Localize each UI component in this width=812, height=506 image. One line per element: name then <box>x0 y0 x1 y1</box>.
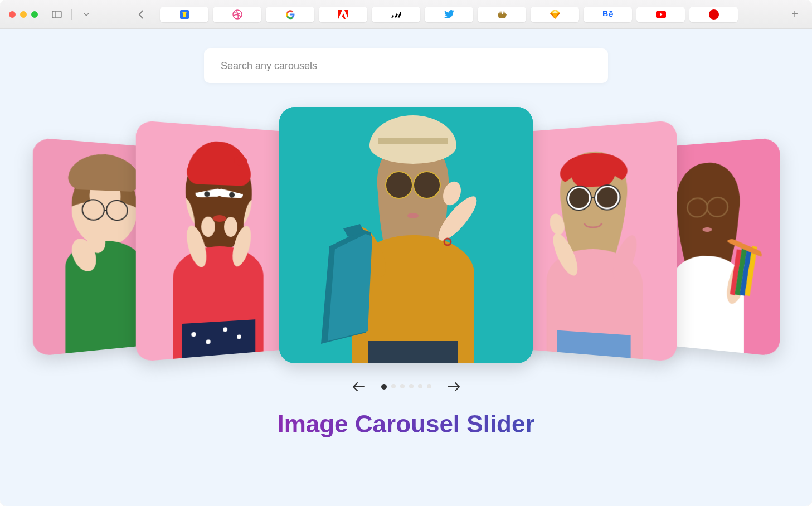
dot-6[interactable] <box>427 384 431 388</box>
svg-rect-0 <box>52 11 61 18</box>
carousel-card-left[interactable] <box>135 120 294 362</box>
page-title: Image Carousel Slider <box>0 410 812 438</box>
tab-adobe[interactable] <box>319 7 367 22</box>
close-window-button[interactable] <box>9 11 16 18</box>
tab-vodafone[interactable] <box>689 7 738 22</box>
browser-window: + <box>0 0 812 506</box>
google-icon <box>285 9 295 20</box>
minimize-window-button[interactable] <box>20 11 27 18</box>
dot-1[interactable] <box>381 384 387 390</box>
carousel-controls <box>0 380 812 393</box>
sidebar-icon <box>52 11 62 18</box>
youtube-icon <box>656 9 666 20</box>
svg-rect-31 <box>378 138 448 144</box>
maximize-window-button[interactable] <box>31 11 38 18</box>
sidebar-toggle-button[interactable] <box>49 7 65 22</box>
traffic-lights <box>9 11 38 18</box>
carousel-card-right[interactable] <box>518 120 677 362</box>
adobe-icon <box>338 9 348 20</box>
tab-youtube[interactable] <box>636 7 685 22</box>
add-tab-button[interactable]: + <box>786 7 803 22</box>
carousel <box>0 104 812 366</box>
tab-dribbble[interactable] <box>213 7 261 22</box>
dot-2[interactable] <box>391 384 396 388</box>
chevron-left-icon <box>138 10 144 19</box>
search-input[interactable] <box>221 60 591 72</box>
svg-rect-40 <box>368 341 458 363</box>
dribbble-icon <box>232 9 242 20</box>
arrow-right-icon <box>448 382 460 391</box>
tab-flipkart[interactable] <box>160 7 208 22</box>
flipkart-icon <box>179 9 189 20</box>
twitter-icon <box>444 9 454 20</box>
page-content: Image Carousel Slider <box>0 29 812 506</box>
svg-point-32 <box>386 172 412 198</box>
svg-rect-3 <box>183 13 186 17</box>
tab-sketch[interactable] <box>531 7 579 22</box>
next-button[interactable] <box>447 380 460 393</box>
svg-point-33 <box>414 172 440 198</box>
person-image <box>518 120 677 362</box>
tab-rolex[interactable] <box>478 7 526 22</box>
tabs-container <box>160 7 781 22</box>
plus-icon: + <box>791 8 798 21</box>
dot-4[interactable] <box>409 384 414 388</box>
pagination-dots <box>381 384 431 390</box>
adidas-icon <box>391 9 401 20</box>
divider <box>71 9 72 20</box>
dot-3[interactable] <box>400 384 405 388</box>
back-button[interactable] <box>133 7 149 22</box>
dropdown-button[interactable] <box>79 7 94 22</box>
person-image <box>135 120 294 362</box>
behance-icon <box>603 9 613 20</box>
search-bar <box>204 48 608 83</box>
person-image <box>279 107 533 363</box>
tab-google[interactable] <box>266 7 314 22</box>
sketch-icon <box>550 9 560 20</box>
tab-behance[interactable] <box>584 7 632 22</box>
title-bar: + <box>0 0 812 29</box>
svg-point-35 <box>407 213 419 218</box>
tab-adidas[interactable] <box>372 7 420 22</box>
vodafone-icon <box>709 9 719 20</box>
chevron-down-icon <box>83 12 90 17</box>
carousel-card-center[interactable] <box>279 107 533 363</box>
rolex-icon <box>497 9 507 20</box>
prev-button[interactable] <box>352 380 366 393</box>
tab-twitter[interactable] <box>425 7 473 22</box>
arrow-left-icon <box>353 382 365 391</box>
dot-5[interactable] <box>418 384 422 388</box>
